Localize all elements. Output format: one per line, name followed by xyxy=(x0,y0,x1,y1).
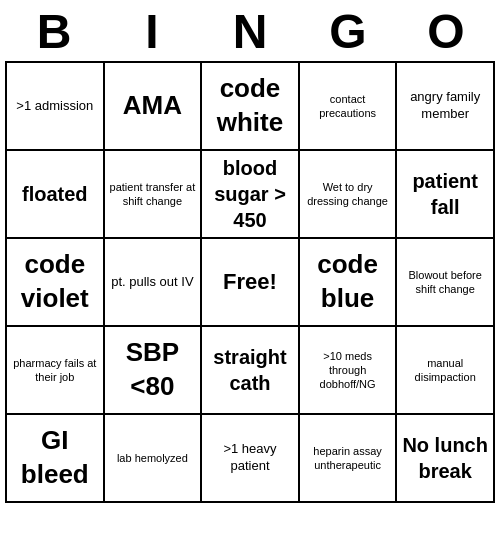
cell-text-7: blood sugar > 450 xyxy=(206,155,294,233)
cell-text-13: code blue xyxy=(304,248,392,316)
cell-1: AMA xyxy=(105,63,203,151)
cell-12: Free! xyxy=(202,239,300,327)
cell-text-18: >10 meds through dobhoff/NG xyxy=(304,349,392,392)
cell-9: patient fall xyxy=(397,151,495,239)
bingo-grid: >1 admissionAMAcode whitecontact precaut… xyxy=(5,61,495,503)
cell-22: >1 heavy patient xyxy=(202,415,300,503)
cell-text-0: >1 admission xyxy=(16,98,93,115)
cell-15: pharmacy fails at their job xyxy=(7,327,105,415)
title-letter-o: O xyxy=(402,4,490,59)
cell-19: manual disimpaction xyxy=(397,327,495,415)
title-letter-i: I xyxy=(108,4,196,59)
cell-10: code violet xyxy=(7,239,105,327)
cell-0: >1 admission xyxy=(7,63,105,151)
cell-8: Wet to dry dressing change xyxy=(300,151,398,239)
cell-13: code blue xyxy=(300,239,398,327)
cell-16: SBP <80 xyxy=(105,327,203,415)
cell-20: GI bleed xyxy=(7,415,105,503)
cell-5: floated xyxy=(7,151,105,239)
cell-text-16: SBP <80 xyxy=(109,336,197,404)
cell-text-9: patient fall xyxy=(401,168,489,220)
cell-7: blood sugar > 450 xyxy=(202,151,300,239)
cell-text-14: Blowout before shift change xyxy=(401,268,489,297)
cell-text-4: angry family member xyxy=(401,89,489,123)
cell-text-11: pt. pulls out IV xyxy=(111,274,193,291)
cell-text-20: GI bleed xyxy=(11,424,99,492)
cell-text-21: lab hemolyzed xyxy=(117,451,188,465)
cell-6: patient transfer at shift change xyxy=(105,151,203,239)
cell-text-10: code violet xyxy=(11,248,99,316)
cell-text-19: manual disimpaction xyxy=(401,356,489,385)
cell-text-6: patient transfer at shift change xyxy=(109,180,197,209)
cell-text-24: No lunch break xyxy=(401,432,489,484)
title-letter-b: B xyxy=(10,4,98,59)
title-letter-g: G xyxy=(304,4,392,59)
cell-text-15: pharmacy fails at their job xyxy=(11,356,99,385)
cell-text-2: code white xyxy=(206,72,294,140)
cell-18: >10 meds through dobhoff/NG xyxy=(300,327,398,415)
cell-text-8: Wet to dry dressing change xyxy=(304,180,392,209)
cell-17: straight cath xyxy=(202,327,300,415)
cell-14: Blowout before shift change xyxy=(397,239,495,327)
cell-text-22: >1 heavy patient xyxy=(206,441,294,475)
cell-2: code white xyxy=(202,63,300,151)
cell-text-12: Free! xyxy=(223,268,277,297)
title-letter-n: N xyxy=(206,4,294,59)
cell-24: No lunch break xyxy=(397,415,495,503)
cell-text-5: floated xyxy=(22,181,88,207)
cell-text-1: AMA xyxy=(123,89,182,123)
cell-text-23: heparin assay untherapeutic xyxy=(304,444,392,473)
cell-3: contact precautions xyxy=(300,63,398,151)
bingo-card: BINGO >1 admissionAMAcode whitecontact p… xyxy=(5,4,495,503)
cell-text-3: contact precautions xyxy=(304,92,392,121)
cell-23: heparin assay untherapeutic xyxy=(300,415,398,503)
cell-4: angry family member xyxy=(397,63,495,151)
bingo-title: BINGO xyxy=(5,4,495,59)
cell-21: lab hemolyzed xyxy=(105,415,203,503)
cell-11: pt. pulls out IV xyxy=(105,239,203,327)
cell-text-17: straight cath xyxy=(206,344,294,396)
